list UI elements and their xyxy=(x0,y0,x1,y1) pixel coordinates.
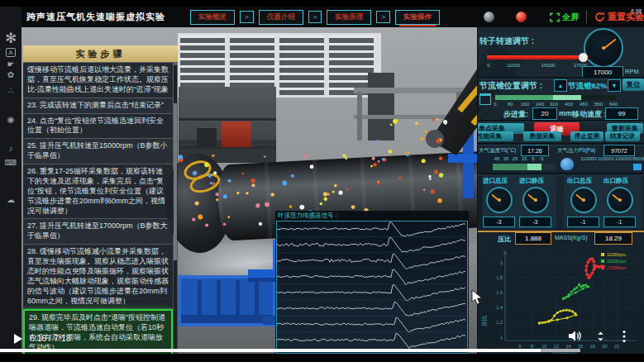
cloud-download-icon[interactable]: ☁ xyxy=(0,195,21,204)
step-item: 27. 提升压气机转速至17000rpm（B参数大于临界值） xyxy=(23,219,173,244)
button-结束记录[interactable]: 结束记录 xyxy=(605,131,640,141)
rpm-gauge xyxy=(584,28,623,68)
temp-value: 17.26 xyxy=(521,145,549,156)
progress-buffered xyxy=(541,349,580,352)
gauge-label: 进口总压 xyxy=(483,177,508,185)
temp-slider[interactable] xyxy=(493,164,556,170)
step-item: 28. 缓慢移动节流锥减小流量并采集数据，直至发生喘振现象。观察从稳态进入喘振状… xyxy=(23,245,173,308)
svg-text:1.8: 1.8 xyxy=(496,275,503,280)
slider-knob[interactable] xyxy=(579,53,588,62)
audio-note-icon[interactable]: ♪ xyxy=(0,144,21,153)
kebab-menu-icon[interactable] xyxy=(622,330,627,343)
tab-3[interactable]: 实验原理 xyxy=(327,10,371,25)
tab-separator: > xyxy=(376,11,390,23)
tick-label: 80 xyxy=(508,102,513,107)
tick-label: 160 xyxy=(521,102,529,107)
gauge-value: -1 xyxy=(603,217,636,227)
scatter-tool-icon[interactable]: ∴ xyxy=(0,86,21,95)
app-logo-icon: ✻ xyxy=(0,30,21,47)
fullscreen-label: 全屏 xyxy=(562,12,579,23)
throttle-ticks: 080160240320400480560640 xyxy=(478,102,644,107)
svg-text:17000rpm: 17000rpm xyxy=(607,265,626,270)
step-size-input[interactable]: 20 xyxy=(532,107,557,120)
svg-text:压比: 压比 xyxy=(481,315,487,326)
rotor-speed-slider[interactable] xyxy=(487,55,589,60)
gauge-label: 进口静压 xyxy=(519,177,544,185)
page-title: 跨声速压气机失速喘振虚拟实验 xyxy=(26,11,165,23)
reel-icon[interactable]: ✿ xyxy=(0,70,21,79)
throttle-position-text: 节流锥62% xyxy=(568,81,608,92)
tick-label: 240 xyxy=(536,102,544,107)
svg-text:22: 22 xyxy=(614,344,619,349)
steps-list: 缓慢移动节流锥后退以增大流量，并采集数据，直至压气机恢复稳定工作状态。观察压比-… xyxy=(23,63,173,354)
pressure-label: 大气压力P0(Pa) xyxy=(557,147,595,155)
tick-label: 560 xyxy=(594,102,603,107)
indicator-light-red[interactable] xyxy=(516,12,527,22)
annotation-a-icon[interactable]: A xyxy=(6,48,16,57)
svg-text:20: 20 xyxy=(602,344,607,349)
sensor-signal-plot xyxy=(276,221,468,354)
play-button[interactable] xyxy=(14,334,22,344)
steps-panel: 实验步骤 缓慢移动节流锥后退以增大流量，并采集数据，直至压气机恢复稳定工作状态。… xyxy=(23,45,178,354)
throttle-slider[interactable] xyxy=(495,95,616,100)
indicator-light-gray[interactable] xyxy=(484,12,494,22)
button-停止监测[interactable]: 停止监测 xyxy=(570,131,603,141)
eye-icon[interactable]: ◉ xyxy=(0,115,21,124)
progress-played xyxy=(0,349,541,352)
control-panel: 转子转速调节 : 0110001500017000 17000 RPM 节流锥位… xyxy=(477,27,644,354)
gauge-value: -3 xyxy=(519,217,551,227)
video-frame: ✻ A☛✿∴◉♪⌨☁ 跨声速压气机失速喘振虚拟实验 实验概述>仪器介绍>实验原理… xyxy=(0,0,644,362)
experiment-app: 跨声速压气机失速喘振虚拟实验 实验概述>仪器介绍>实验原理>实验操作 全屏 重置… xyxy=(21,7,644,354)
throttle-label: 节流锥位置调节 : xyxy=(479,80,542,92)
gauge-value: -3 xyxy=(483,217,515,227)
tab-2[interactable]: 仪器介绍 xyxy=(259,10,303,25)
throttle-down-button[interactable]: ▼ xyxy=(608,79,621,92)
tick-label: 105000 xyxy=(598,156,614,161)
pressure-gauge xyxy=(607,187,633,213)
mass-value: 18.29 xyxy=(594,232,632,245)
button-数据采集[interactable]: 数据采集 xyxy=(523,131,561,141)
throttle-reset-button[interactable]: 复位 xyxy=(623,79,644,91)
tick-label: 95000 xyxy=(632,156,644,161)
tick-label: 0 xyxy=(494,102,496,107)
svg-text:18: 18 xyxy=(590,344,595,349)
gauge-value: -1 xyxy=(567,217,599,227)
tab-separator: > xyxy=(308,11,322,23)
tick-label: 15000 xyxy=(541,63,556,68)
rpm-unit: RPM xyxy=(625,68,639,75)
hand-tool-icon[interactable]: ☛ xyxy=(0,60,21,69)
sensor-signal-panel: 叶顶压力传感器信号 : xyxy=(275,211,469,354)
svg-text:1.6: 1.6 xyxy=(496,290,503,295)
mass-label: MASS(Kg/S) xyxy=(555,235,588,241)
rotor-speed-label: 转子转速调节 : xyxy=(479,36,534,47)
pressure-gauge xyxy=(486,187,513,213)
miniplayer-icon[interactable] xyxy=(594,331,607,342)
step-item: 23. 完成该转速下的测量后点击“结束记录” xyxy=(23,98,173,113)
speed-label: 移动速度 : xyxy=(572,109,607,120)
gauge-label: 出口静压 xyxy=(603,177,628,185)
svg-text:1.2: 1.2 xyxy=(496,320,503,325)
fullscreen-button[interactable]: 全屏 xyxy=(550,12,579,23)
tick-label: 100000 xyxy=(615,156,632,161)
pressure-value: 97072 xyxy=(603,145,635,156)
steps-panel-title: 实验步骤 xyxy=(23,45,178,62)
sensor-signal-title: 叶顶压力传感器信号 : xyxy=(278,212,337,220)
step-item: 24. 点击“复位”按钮使节流锥迅速回到安全位置（初始位置） xyxy=(23,114,173,139)
svg-text:11000rpm: 11000rpm xyxy=(607,252,626,257)
speed-input[interactable]: 99 xyxy=(605,107,638,120)
tab-4[interactable]: 实验操作 xyxy=(395,10,440,25)
pressure-slider[interactable] xyxy=(579,164,642,170)
keyboard-icon[interactable]: ⌨ xyxy=(0,158,21,167)
tick-label: 400 xyxy=(565,102,573,107)
fullscreen-arrows-icon xyxy=(550,12,560,22)
throttle-up-button[interactable]: ▲ xyxy=(554,79,567,92)
pressure-gauge xyxy=(570,187,597,213)
corner-value: 6.98 xyxy=(631,8,642,14)
nav-tabs: 实验概述>仪器介绍>实验原理>实验操作 xyxy=(190,10,440,25)
volume-icon[interactable] xyxy=(568,330,582,342)
scrollbar-thumb[interactable] xyxy=(174,103,177,260)
tick-label: 640 xyxy=(609,102,618,107)
tab-1[interactable]: 实验概述 xyxy=(190,10,235,25)
tick-label: 0 xyxy=(487,63,489,68)
button-性能采集[interactable]: 性能采集 xyxy=(477,131,513,141)
